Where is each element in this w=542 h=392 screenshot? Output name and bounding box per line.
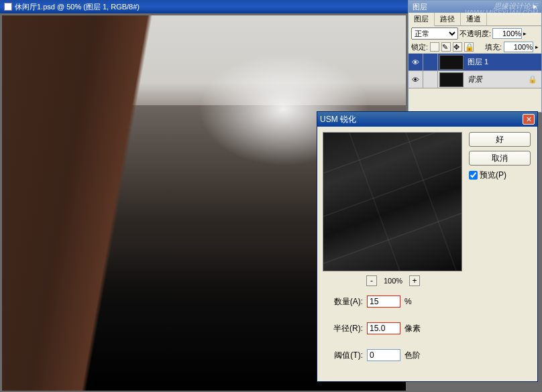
layer-row[interactable]: 图层 1 (409, 54, 541, 71)
tab-layers[interactable]: 图层 (409, 13, 435, 26)
threshold-label: 阈值(T): (323, 350, 363, 361)
blend-mode-select[interactable]: 正常 (411, 27, 458, 40)
lock-icon: 🔒 (528, 75, 537, 84)
opacity-dropdown-icon[interactable]: ▸ (523, 30, 527, 37)
fill-label: 填充: (485, 42, 502, 52)
lock-paint-icon[interactable]: ✎ (441, 42, 451, 52)
dialog-title: USM 锐化 (320, 114, 356, 125)
layer-name[interactable]: 背景 (468, 74, 482, 84)
preview-checkbox-row[interactable]: 预览(P) (469, 170, 531, 181)
preview-image[interactable] (323, 132, 462, 271)
radius-unit: 像素 (404, 323, 421, 334)
radius-input[interactable] (367, 322, 400, 334)
eye-icon (412, 58, 419, 66)
layer-row[interactable]: 背景 🔒 (409, 71, 541, 88)
layers-panel-title: 图层 (413, 2, 427, 11)
link-cell[interactable] (423, 71, 438, 88)
tab-paths[interactable]: 路径 (435, 13, 461, 25)
lock-position-icon[interactable]: ✥ (453, 42, 462, 52)
close-button[interactable]: ✕ (523, 114, 535, 125)
fill-dropdown-icon[interactable]: ▸ (535, 44, 539, 50)
lock-transparent-icon[interactable] (430, 42, 439, 52)
amount-unit: % (404, 297, 412, 306)
threshold-unit: 色阶 (404, 350, 421, 361)
radius-label: 半径(R): (323, 323, 363, 334)
layers-list: 图层 1 背景 🔒 (409, 54, 541, 88)
dialog-titlebar[interactable]: USM 锐化 ✕ (317, 112, 537, 127)
visibility-toggle[interactable] (409, 54, 423, 71)
preview-checkbox-label: 预览(P) (480, 170, 506, 181)
document-title: 休闲厅1.psd @ 50% (图层 1, RGB/8#) (15, 0, 140, 13)
usm-sharpen-dialog: USM 锐化 ✕ - 100% + 数量(A): % 半径(R): 像素 (317, 111, 538, 382)
layers-panel: 图层 ▸ 图层 路径 通道 正常 不透明度: ▸ 锁定: ✎ ✥ 🔒 填充: ▸… (408, 0, 542, 113)
document-icon (4, 3, 12, 11)
eye-icon (412, 76, 419, 84)
lock-label: 锁定: (411, 42, 428, 52)
watermark-line2: WWW.MISSYUAN.COM (465, 9, 538, 17)
zoom-in-button[interactable]: + (409, 275, 420, 286)
opacity-input[interactable] (492, 28, 522, 39)
layer-thumbnail[interactable] (439, 72, 464, 87)
lock-all-icon[interactable]: 🔒 (464, 42, 474, 52)
zoom-value: 100% (384, 277, 402, 285)
link-cell[interactable] (423, 54, 438, 71)
amount-input[interactable] (367, 296, 400, 308)
zoom-out-button[interactable]: - (366, 275, 377, 286)
threshold-input[interactable] (367, 349, 400, 361)
opacity-label: 不透明度: (459, 29, 491, 39)
visibility-toggle[interactable] (409, 71, 423, 88)
preview-checkbox[interactable] (469, 171, 478, 180)
layer-thumbnail[interactable] (439, 55, 464, 70)
layer-name[interactable]: 图层 1 (468, 57, 488, 67)
amount-label: 数量(A): (323, 296, 363, 308)
fill-input[interactable] (504, 42, 533, 52)
ok-button[interactable]: 好 (469, 132, 531, 147)
cancel-button[interactable]: 取消 (469, 151, 531, 166)
